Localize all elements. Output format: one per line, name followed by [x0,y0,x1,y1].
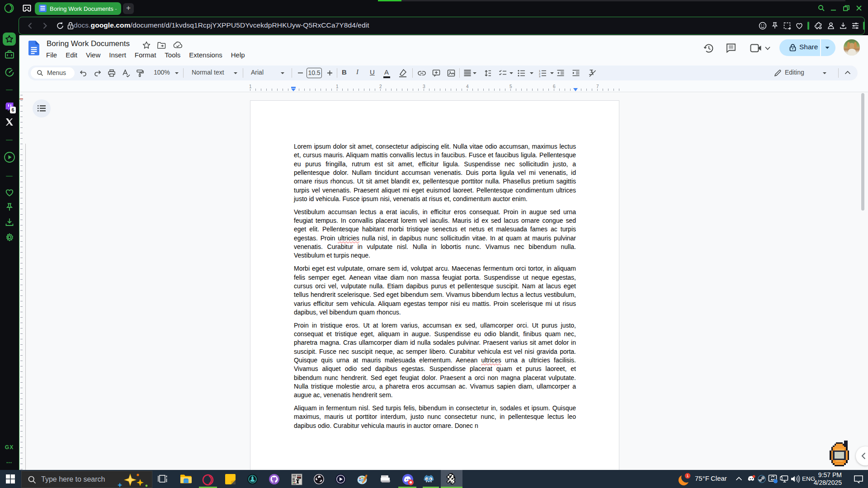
svg-text:3: 3 [539,75,541,77]
svg-text:1: 1 [686,473,689,478]
